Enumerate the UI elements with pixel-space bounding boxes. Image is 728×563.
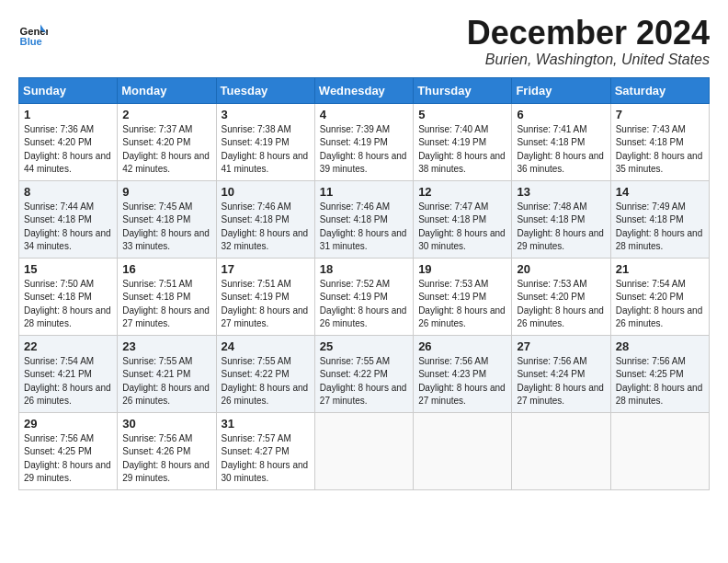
calendar-cell: 12 Sunrise: 7:47 AMSunset: 4:18 PMDaylig… [414, 180, 512, 258]
weekday-sunday: Sunday [19, 77, 118, 103]
calendar-cell: 7 Sunrise: 7:43 AMSunset: 4:18 PMDayligh… [610, 103, 709, 180]
day-info: Sunrise: 7:54 AMSunset: 4:21 PMDaylight:… [24, 355, 112, 408]
calendar-cell: 19 Sunrise: 7:53 AMSunset: 4:19 PMDaylig… [414, 258, 512, 335]
day-info: Sunrise: 7:56 AMSunset: 4:25 PMDaylight:… [24, 432, 112, 486]
calendar-cell: 25 Sunrise: 7:55 AMSunset: 4:22 PMDaylig… [314, 335, 413, 412]
day-number: 1 [24, 108, 112, 121]
day-number: 31 [222, 417, 310, 431]
day-number: 3 [222, 108, 310, 121]
day-info: Sunrise: 7:49 AMSunset: 4:18 PMDaylight:… [616, 201, 704, 254]
day-info: Sunrise: 7:46 AMSunset: 4:18 PMDaylight:… [320, 201, 408, 254]
day-info: Sunrise: 7:44 AMSunset: 4:18 PMDaylight:… [24, 201, 112, 254]
calendar-cell: 28 Sunrise: 7:56 AMSunset: 4:25 PMDaylig… [610, 335, 709, 412]
day-number: 5 [418, 108, 506, 121]
logo-icon: General Blue [18, 18, 48, 48]
day-number: 30 [122, 417, 210, 431]
day-number: 17 [222, 262, 310, 276]
day-info: Sunrise: 7:38 AMSunset: 4:19 PMDaylight:… [222, 123, 310, 177]
day-number: 15 [24, 262, 112, 276]
calendar-cell: 10 Sunrise: 7:46 AMSunset: 4:18 PMDaylig… [216, 180, 314, 258]
calendar-cell: 26 Sunrise: 7:56 AMSunset: 4:23 PMDaylig… [414, 335, 512, 412]
location-title: Burien, Washington, United States [467, 52, 710, 68]
day-number: 19 [418, 262, 506, 276]
day-info: Sunrise: 7:37 AMSunset: 4:20 PMDaylight:… [122, 123, 210, 177]
svg-text:Blue: Blue [20, 36, 42, 47]
day-info: Sunrise: 7:46 AMSunset: 4:18 PMDaylight:… [222, 201, 310, 254]
calendar-cell: 9 Sunrise: 7:45 AMSunset: 4:18 PMDayligh… [118, 180, 216, 258]
day-info: Sunrise: 7:57 AMSunset: 4:27 PMDaylight:… [222, 432, 310, 486]
title-area: December 2024 Burien, Washington, United… [467, 15, 710, 68]
day-number: 8 [24, 185, 112, 199]
calendar-cell: 27 Sunrise: 7:56 AMSunset: 4:24 PMDaylig… [512, 335, 610, 412]
calendar-cell [414, 412, 512, 489]
day-number: 27 [517, 339, 605, 353]
calendar-cell: 18 Sunrise: 7:52 AMSunset: 4:19 PMDaylig… [314, 258, 413, 335]
calendar-cell: 1 Sunrise: 7:36 AMSunset: 4:20 PMDayligh… [19, 103, 118, 180]
month-title: December 2024 [467, 15, 710, 52]
day-number: 26 [418, 339, 506, 353]
day-number: 29 [24, 417, 112, 431]
day-info: Sunrise: 7:53 AMSunset: 4:19 PMDaylight:… [418, 278, 506, 331]
calendar-cell: 17 Sunrise: 7:51 AMSunset: 4:19 PMDaylig… [216, 258, 314, 335]
day-info: Sunrise: 7:56 AMSunset: 4:23 PMDaylight:… [418, 355, 506, 408]
day-info: Sunrise: 7:55 AMSunset: 4:22 PMDaylight:… [320, 355, 408, 408]
day-info: Sunrise: 7:41 AMSunset: 4:18 PMDaylight:… [517, 123, 605, 177]
day-number: 4 [320, 108, 408, 121]
calendar-cell: 2 Sunrise: 7:37 AMSunset: 4:20 PMDayligh… [118, 103, 216, 180]
day-info: Sunrise: 7:45 AMSunset: 4:18 PMDaylight:… [122, 201, 210, 254]
calendar-cell: 21 Sunrise: 7:54 AMSunset: 4:20 PMDaylig… [610, 258, 709, 335]
weekday-saturday: Saturday [610, 77, 709, 103]
calendar-cell [610, 412, 709, 489]
day-number: 12 [418, 185, 506, 199]
day-number: 13 [517, 185, 605, 199]
calendar-cell: 30 Sunrise: 7:56 AMSunset: 4:26 PMDaylig… [118, 412, 216, 489]
calendar-cell: 3 Sunrise: 7:38 AMSunset: 4:19 PMDayligh… [216, 103, 314, 180]
calendar-cell: 23 Sunrise: 7:55 AMSunset: 4:21 PMDaylig… [118, 335, 216, 412]
day-number: 21 [616, 262, 704, 276]
weekday-monday: Monday [118, 77, 216, 103]
calendar-cell: 6 Sunrise: 7:41 AMSunset: 4:18 PMDayligh… [512, 103, 610, 180]
day-info: Sunrise: 7:55 AMSunset: 4:21 PMDaylight:… [122, 355, 210, 408]
calendar-body: 1 Sunrise: 7:36 AMSunset: 4:20 PMDayligh… [19, 103, 710, 489]
weekday-wednesday: Wednesday [314, 77, 413, 103]
day-number: 2 [122, 108, 210, 121]
calendar-cell: 14 Sunrise: 7:49 AMSunset: 4:18 PMDaylig… [610, 180, 709, 258]
calendar-cell: 24 Sunrise: 7:55 AMSunset: 4:22 PMDaylig… [216, 335, 314, 412]
weekday-friday: Friday [512, 77, 610, 103]
day-number: 14 [616, 185, 704, 199]
day-number: 16 [122, 262, 210, 276]
day-info: Sunrise: 7:43 AMSunset: 4:18 PMDaylight:… [616, 123, 704, 177]
calendar-cell: 4 Sunrise: 7:39 AMSunset: 4:19 PMDayligh… [314, 103, 413, 180]
calendar-cell: 16 Sunrise: 7:51 AMSunset: 4:18 PMDaylig… [118, 258, 216, 335]
day-number: 10 [222, 185, 310, 199]
calendar-cell: 31 Sunrise: 7:57 AMSunset: 4:27 PMDaylig… [216, 412, 314, 489]
day-number: 24 [222, 339, 310, 353]
day-info: Sunrise: 7:40 AMSunset: 4:19 PMDaylight:… [418, 123, 506, 177]
calendar-cell: 8 Sunrise: 7:44 AMSunset: 4:18 PMDayligh… [19, 180, 118, 258]
day-number: 20 [517, 262, 605, 276]
day-info: Sunrise: 7:50 AMSunset: 4:18 PMDaylight:… [24, 278, 112, 331]
calendar-cell: 5 Sunrise: 7:40 AMSunset: 4:19 PMDayligh… [414, 103, 512, 180]
logo: General Blue [18, 18, 48, 48]
calendar-cell: 15 Sunrise: 7:50 AMSunset: 4:18 PMDaylig… [19, 258, 118, 335]
day-number: 22 [24, 339, 112, 353]
day-info: Sunrise: 7:36 AMSunset: 4:20 PMDaylight:… [24, 123, 112, 177]
calendar-cell: 22 Sunrise: 7:54 AMSunset: 4:21 PMDaylig… [19, 335, 118, 412]
weekday-thursday: Thursday [414, 77, 512, 103]
calendar-table: SundayMondayTuesdayWednesdayThursdayFrid… [18, 77, 710, 490]
weekday-header: SundayMondayTuesdayWednesdayThursdayFrid… [19, 77, 710, 103]
calendar-cell: 20 Sunrise: 7:53 AMSunset: 4:20 PMDaylig… [512, 258, 610, 335]
day-number: 7 [616, 108, 704, 121]
day-info: Sunrise: 7:55 AMSunset: 4:22 PMDaylight:… [222, 355, 310, 408]
day-info: Sunrise: 7:53 AMSunset: 4:20 PMDaylight:… [517, 278, 605, 331]
day-info: Sunrise: 7:54 AMSunset: 4:20 PMDaylight:… [616, 278, 704, 331]
calendar-cell: 29 Sunrise: 7:56 AMSunset: 4:25 PMDaylig… [19, 412, 118, 489]
calendar-cell [314, 412, 413, 489]
calendar-cell: 11 Sunrise: 7:46 AMSunset: 4:18 PMDaylig… [314, 180, 413, 258]
day-number: 11 [320, 185, 408, 199]
day-info: Sunrise: 7:56 AMSunset: 4:25 PMDaylight:… [616, 355, 704, 408]
day-number: 28 [616, 339, 704, 353]
day-info: Sunrise: 7:51 AMSunset: 4:19 PMDaylight:… [222, 278, 310, 331]
day-info: Sunrise: 7:56 AMSunset: 4:26 PMDaylight:… [122, 432, 210, 486]
day-info: Sunrise: 7:51 AMSunset: 4:18 PMDaylight:… [122, 278, 210, 331]
